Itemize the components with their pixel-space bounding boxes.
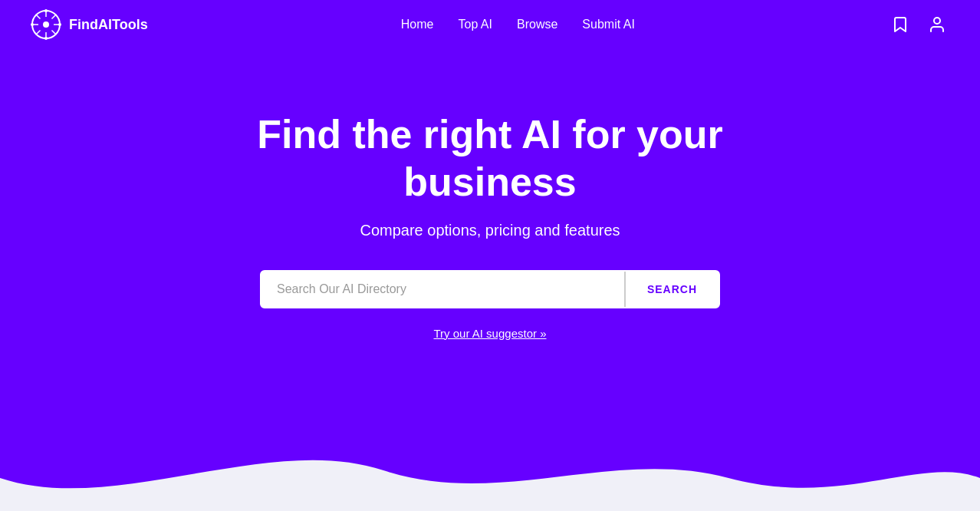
svg-point-10 (44, 9, 48, 12)
svg-line-6 (36, 15, 41, 19)
svg-line-7 (52, 31, 57, 35)
search-input[interactable] (261, 272, 624, 307)
wave-divider (0, 432, 980, 511)
wave-svg (0, 432, 980, 511)
svg-point-12 (31, 23, 34, 26)
hero-subheading: Compare options, pricing and features (360, 222, 620, 239)
svg-line-8 (52, 15, 57, 19)
ai-suggestor-link[interactable]: Try our AI suggestor » (433, 327, 546, 340)
nav-icon-group (888, 12, 949, 37)
bookmark-icon (891, 15, 909, 34)
svg-point-1 (43, 21, 49, 28)
search-container: SEARCH (260, 270, 720, 308)
svg-point-14 (934, 18, 940, 24)
svg-point-11 (44, 37, 48, 40)
nav-submit-ai[interactable]: Submit AI (582, 18, 634, 31)
svg-line-9 (36, 31, 41, 35)
nav-home[interactable]: Home (401, 18, 434, 31)
brand-logo[interactable]: FindAITools (31, 9, 148, 40)
nav-browse[interactable]: Browse (517, 18, 557, 31)
user-icon (928, 15, 946, 34)
navbar: FindAITools Home Top AI Browse Submit AI (0, 0, 980, 49)
nav-links: Home Top AI Browse Submit AI (401, 18, 635, 31)
hero-section: Find the right AI for your business Comp… (0, 49, 980, 432)
svg-point-13 (58, 23, 61, 26)
bookmark-button[interactable] (888, 12, 913, 37)
logo-icon (31, 9, 61, 40)
search-button[interactable]: SEARCH (624, 272, 719, 307)
hero-heading: Find the right AI for your business (222, 110, 758, 206)
user-button[interactable] (925, 12, 949, 37)
nav-top-ai[interactable]: Top AI (459, 18, 492, 31)
brand-name: FindAITools (69, 17, 148, 33)
